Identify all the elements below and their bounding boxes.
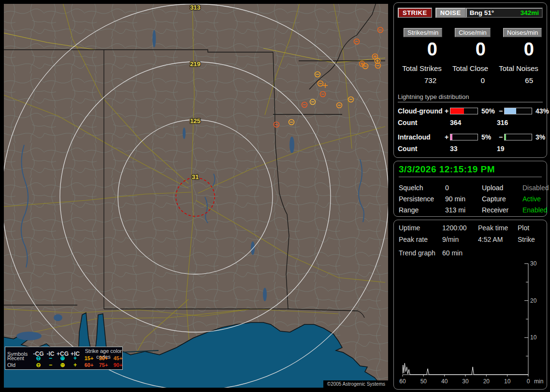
cg-pos-bar [450, 108, 478, 114]
persistence-label: Persistence [399, 195, 445, 203]
upload-label: Upload [482, 184, 522, 192]
noise-button[interactable]: NOISE [435, 8, 466, 18]
range-label: Range [399, 206, 445, 214]
plus-sign: + [443, 107, 450, 115]
cg-pos-pct: 50% [479, 107, 497, 115]
trend-graph: 1020306050403020100min [399, 259, 546, 387]
total-close-label: Total Close [446, 64, 494, 72]
ic-neg-pct: 3% [533, 133, 545, 141]
cg-neg-bar [504, 108, 532, 114]
trend-panel: Uptime 1200:00 Peak time Plot Peak rate … [393, 220, 547, 390]
peak-rate-value: 9/min [442, 236, 478, 243]
cg-pos-count: 364 [450, 119, 497, 126]
svg-text:0: 0 [527, 378, 530, 385]
recent-circle-minus-icon: ⊖ [32, 355, 44, 361]
distribution-title: Lightning type distribution [398, 93, 543, 102]
uptime-label: Uptime [399, 224, 442, 232]
ic-neg-bar [504, 134, 532, 140]
strikes-per-min-value: 0 [398, 40, 446, 59]
ring-label-125: 125 [190, 117, 201, 125]
copyright-text: ©2005 Astrogenic Systems [323, 380, 388, 388]
ring-label-219: 219 [190, 60, 201, 68]
svg-text:min: min [534, 378, 543, 385]
receiver-status: Enabled [522, 206, 549, 214]
svg-text:20: 20 [483, 378, 490, 385]
old-plus-icon: + [69, 362, 82, 368]
total-close-value: 0 [446, 76, 494, 84]
svg-text:30: 30 [462, 378, 469, 385]
age-75: 75+ [96, 362, 111, 368]
clock-display: 3/3/2026 12:15:19 PM [399, 164, 542, 177]
minus-sign: − [497, 107, 504, 115]
total-noises-label: Total Noises [494, 64, 543, 72]
total-strikes-label: Total Strikes [398, 64, 446, 72]
ic-count-label: Count [398, 145, 450, 153]
cg-count-label: Count [398, 119, 450, 126]
strike-button[interactable]: STRIKE [398, 8, 432, 18]
age-30: 30+ [96, 355, 111, 361]
squelch-value: 0 [445, 184, 482, 192]
peak-time-value: 4:52 AM [478, 236, 518, 243]
age-45: 45+ [111, 355, 125, 361]
strikes-per-min-label: Strikes/min [404, 28, 442, 37]
recent-minus-icon: − [44, 355, 57, 361]
upload-status: Disabled [522, 184, 549, 192]
ic-pos-count: 33 [450, 145, 497, 153]
svg-text:20: 20 [530, 297, 537, 304]
recent-circle-plus-icon: ⊕ [57, 355, 69, 361]
capture-label: Capture [482, 195, 522, 203]
close-per-min-value: 0 [446, 40, 494, 59]
peak-rate-label: Peak rate [399, 236, 442, 243]
svg-text:40: 40 [441, 378, 448, 385]
range-value: 313 mi [445, 206, 482, 214]
bearing-display: Bng 51° 342mi [466, 8, 543, 18]
map-canvas[interactable]: 31321912531 [4, 4, 388, 388]
total-strikes-value: 732 [398, 76, 446, 84]
persistence-value: 90 min [445, 195, 482, 203]
age-60: 60+ [82, 362, 96, 368]
ic-pos-bar [450, 134, 478, 140]
capture-status: Active [522, 195, 549, 203]
counters-panel: STRIKE NOISE Bng 51° 342mi Strikes/min C… [393, 2, 547, 158]
minus-sign: − [497, 133, 504, 141]
recent-plus-icon: + [69, 355, 82, 361]
squelch-label: Squelch [399, 184, 445, 192]
noises-per-min-label: Noises/min [503, 28, 542, 37]
cloud-ground-label: Cloud-ground [398, 107, 443, 115]
legend-old-label: Old [7, 362, 32, 368]
svg-text:30: 30 [530, 260, 537, 267]
plot-type-value: Strike [518, 236, 544, 243]
status-panel: 3/3/2026 12:15:19 PM Squelch 0 Upload Di… [393, 161, 547, 217]
receiver-label: Receiver [482, 206, 522, 214]
uptime-value: 1200:00 [442, 224, 478, 232]
old-circle-plus-icon: ⊕ [57, 362, 69, 368]
map-legend: Symbols -CG -IC +CG +IC Strike age color… [5, 347, 123, 370]
trend-window-value: 60 min [442, 249, 544, 257]
ic-pos-pct: 5% [479, 133, 497, 141]
svg-text:10: 10 [530, 334, 537, 341]
ic-neg-count: 19 [497, 145, 543, 153]
legend-recent-label: Recent [7, 355, 32, 361]
noises-per-min-value: 0 [494, 40, 543, 59]
total-noises-value: 65 [494, 76, 543, 84]
peak-time-label: Peak time [478, 224, 518, 232]
ring-label-31: 31 [192, 173, 199, 181]
bearing-distance: 342mi [521, 9, 539, 16]
cg-neg-count: 316 [497, 119, 543, 126]
svg-text:60: 60 [399, 378, 406, 385]
bearing-label: Bng 51° [470, 9, 494, 16]
close-per-min-label: Close/min [455, 28, 491, 37]
svg-text:10: 10 [504, 378, 511, 385]
ring-label-313: 313 [190, 4, 201, 11]
old-minus-icon: − [44, 362, 57, 368]
age-15: 15+ [82, 355, 96, 361]
plot-label: Plot [518, 224, 544, 232]
cg-neg-pct: 43% [533, 107, 549, 115]
strike-map[interactable]: 31321912531 Symbols -CG -IC +CG +IC Stri… [4, 4, 388, 388]
intracloud-label: Intracloud [398, 133, 443, 141]
plus-sign: + [443, 133, 450, 141]
age-90: 90+ [111, 362, 125, 368]
svg-text:50: 50 [420, 378, 427, 385]
nexstorm-window: 31321912531 Symbols -CG -IC +CG +IC Stri… [0, 0, 550, 392]
trend-graph-label: Trend graph [399, 249, 442, 257]
